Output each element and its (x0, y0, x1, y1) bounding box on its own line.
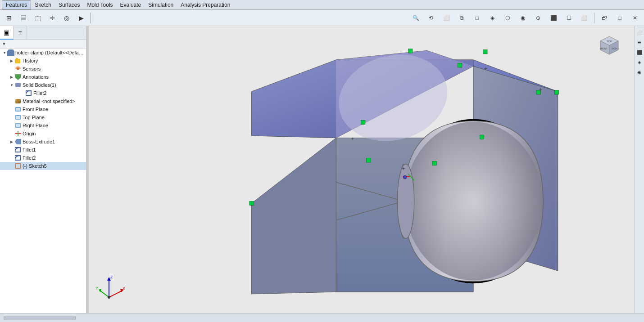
svg-text:+: + (402, 165, 405, 172)
svg-marker-8 (16, 107, 20, 111)
toolbar-appearance-icon[interactable]: ☐ (562, 12, 576, 24)
tree-item-top-plane[interactable]: ▶ Top Plane (0, 113, 86, 121)
menu-features[interactable]: Features (2, 0, 31, 9)
toolbar-box-icon[interactable]: ⬜ (440, 12, 453, 24)
tree-item-solid-bodies[interactable]: ▼ Solid Bodies(1) (0, 81, 86, 89)
toolbar-material-icon[interactable]: ⬛ (547, 12, 560, 24)
status-bar (0, 313, 644, 322)
toolbar-btn-4[interactable]: ◎ (60, 12, 73, 24)
right-panel-scene-btn[interactable]: ◉ (635, 67, 644, 76)
tree-item-right-plane[interactable]: ▶ Right Plane (0, 121, 86, 130)
label-front-plane: Front Plane (23, 107, 86, 112)
toolbar-screen-icon[interactable]: ⬜ (577, 12, 591, 24)
viewport[interactable]: + + + + TOP FRONT RIGHT (89, 26, 634, 313)
sidebar: ▣ ≡ ▼ ▼ holder clamp (Default<<Default>_… (0, 26, 86, 313)
label-right-plane: Right Plane (23, 123, 86, 128)
icon-top-plane (14, 114, 22, 121)
expand-icon-solid-bodies: ▼ (9, 82, 14, 88)
tree-item-front-plane[interactable]: ▶ Front Plane (0, 105, 86, 113)
svg-point-3 (17, 68, 19, 70)
label-history: History (23, 58, 86, 63)
menu-surfaces[interactable]: Surfaces (55, 1, 83, 9)
expand-icon-history: ▶ (9, 58, 14, 63)
tree-item-history[interactable]: ▶ History (0, 57, 86, 65)
svg-rect-16 (15, 164, 21, 168)
icon-part (7, 49, 14, 56)
toolbar-chevron[interactable]: ▶ (74, 12, 88, 24)
tree-item-fillet2-body[interactable]: ▶ Fillet2 (0, 89, 86, 97)
svg-text:+: + (484, 65, 488, 72)
svg-marker-4 (15, 74, 21, 80)
status-progress-bar (4, 316, 76, 320)
tree-item-sensors[interactable]: ▶ Sensors (0, 65, 86, 73)
svg-rect-30 (483, 50, 487, 54)
svg-rect-5 (15, 83, 21, 87)
toolbar-close-icon[interactable]: ✕ (628, 12, 642, 24)
toolbar-lights-icon[interactable]: ◉ (516, 12, 530, 24)
tree-item-root[interactable]: ▼ holder clamp (Default<<Default>_Displa (0, 49, 86, 57)
tree-item-annotations[interactable]: ▶ Annotations (0, 73, 86, 81)
toolbar-btn-3[interactable]: ✛ (45, 12, 59, 24)
icon-sketch5 (14, 162, 22, 170)
toolbar-btn-1[interactable]: ☰ (17, 12, 30, 24)
expand-icon-root: ▼ (2, 50, 7, 55)
icon-origin (14, 130, 22, 137)
svg-marker-0 (7, 49, 14, 56)
toolbar-restore-icon[interactable]: 🗗 (598, 12, 611, 24)
right-panel-shade-btn[interactable]: ⬛ (635, 48, 644, 57)
icon-sensors (14, 65, 22, 72)
menu-evaluate[interactable]: Evaluate (117, 1, 145, 9)
filter-icon: ▼ (2, 41, 6, 46)
svg-point-46 (403, 175, 407, 179)
tree-item-fillet1[interactable]: ▶ Fillet1 (0, 146, 86, 154)
icon-solid-bodies (14, 81, 22, 89)
right-panel-view-btn[interactable]: ⬜ (635, 28, 644, 37)
svg-text:+: + (539, 86, 543, 93)
icon-fillet2 (14, 154, 22, 161)
svg-rect-31 (408, 49, 413, 53)
tree-item-material[interactable]: ▶ Material <not specified> (0, 97, 86, 105)
toolbar-frame-icon[interactable]: ⧉ (455, 12, 468, 24)
toolbar-shade2-icon[interactable]: ⬡ (501, 12, 514, 24)
svg-rect-2 (16, 58, 18, 59)
svg-marker-9 (16, 116, 20, 119)
sidebar-tabs: ▣ ≡ (0, 26, 86, 40)
label-material: Material <not specified> (23, 98, 86, 104)
label-origin: Origin (23, 131, 86, 136)
right-panel-color-btn[interactable]: ◈ (635, 58, 644, 67)
menu-simulation[interactable]: Simulation (145, 1, 177, 9)
toolbar-maximize-icon[interactable]: □ (613, 12, 626, 24)
sidebar-tab-features[interactable]: ▣ (0, 26, 14, 40)
view-cube[interactable]: TOP FRONT RIGHT (594, 30, 621, 57)
toolbar-scene-icon[interactable]: ⊙ (531, 12, 545, 24)
toolbar-rotate-icon[interactable]: ⟲ (424, 12, 438, 24)
toolbar-search-icon[interactable]: 🔍 (409, 12, 422, 24)
svg-text:Z: Z (110, 275, 113, 279)
tree-item-fillet2[interactable]: ▶ Fillet2 (0, 154, 86, 162)
expand-icon-boss-extrude1: ▶ (9, 139, 14, 144)
coord-axes: Z X Y (93, 273, 120, 300)
toolbar-shade-icon[interactable]: ◈ (485, 12, 499, 24)
svg-rect-32 (554, 90, 558, 94)
label-fillet2: Fillet2 (23, 155, 86, 161)
icon-history (14, 57, 22, 64)
toolbar-right: 🔍 ⟲ ⬜ ⧉ □ ◈ ⬡ ◉ ⊙ ⬛ ☐ ⬜ 🗗 □ ✕ (408, 12, 642, 24)
svg-line-59 (100, 291, 109, 297)
tree-item-sketch5[interactable]: ▶ (-) Sketch5 (0, 162, 86, 170)
label-top-plane: Top Plane (23, 115, 86, 120)
tree-item-origin[interactable]: ▶ Origin (0, 130, 86, 138)
tree-item-boss-extrude1[interactable]: ▶ Boss-Extrude1 (0, 138, 86, 146)
toolbar-section-icon[interactable]: □ (470, 12, 484, 24)
svg-text:RIGHT: RIGHT (612, 47, 619, 50)
toolbar-btn-2[interactable]: ⬚ (31, 12, 45, 24)
svg-rect-34 (361, 120, 365, 124)
menu-analysis-preparation[interactable]: Analysis Preparation (177, 1, 234, 9)
menu-sketch[interactable]: Sketch (31, 1, 55, 9)
icon-front-plane (14, 106, 22, 113)
icon-material (14, 98, 22, 105)
menu-mold-tools[interactable]: Mold Tools (83, 1, 116, 9)
right-panel-list-btn[interactable]: ☰ (635, 38, 644, 47)
svg-point-29 (397, 164, 414, 238)
sidebar-tab-properties[interactable]: ≡ (14, 26, 27, 40)
toolbar-btn-0[interactable]: ⊞ (2, 12, 16, 24)
